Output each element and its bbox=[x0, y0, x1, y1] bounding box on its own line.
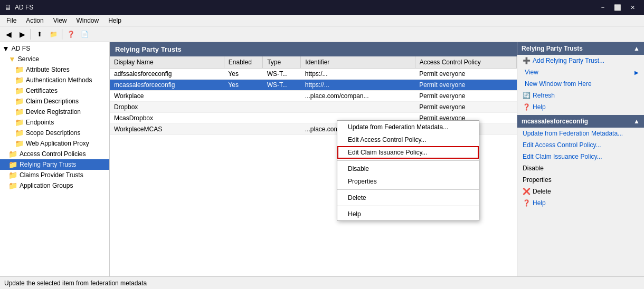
menu-view[interactable]: View bbox=[49, 16, 71, 25]
tree-access-control[interactable]: 📁 Access Control Policies bbox=[0, 149, 109, 159]
export-button[interactable]: 📄 bbox=[78, 28, 91, 41]
table-row[interactable]: Workplace...place.com/compan...Permit ev… bbox=[110, 91, 517, 102]
tree-application-groups[interactable]: 📁 Application Groups bbox=[0, 180, 109, 191]
tree-item-label: Claim Descriptions bbox=[26, 98, 79, 105]
table-cell: Yes bbox=[224, 80, 262, 91]
maximize-button[interactable]: ⬜ bbox=[610, 2, 625, 13]
col-policy[interactable]: Access Control Policy bbox=[415, 56, 516, 69]
table-cell: Permit everyone bbox=[415, 102, 516, 113]
table-row[interactable]: DropboxPermit everyone bbox=[110, 102, 517, 113]
table-cell bbox=[263, 102, 301, 113]
action-delete[interactable]: ❌ Delete bbox=[517, 186, 644, 197]
col-enabled[interactable]: Enabled bbox=[224, 56, 262, 69]
menu-file[interactable]: File bbox=[2, 16, 21, 25]
status-bar: Update the selected item from federation… bbox=[0, 276, 644, 289]
tree-auth-methods[interactable]: 📁 Authentication Methods bbox=[0, 75, 109, 85]
action-help-mcas[interactable]: ❓ Help bbox=[517, 197, 644, 209]
actions-collapse-icon-rpt[interactable]: ▲ bbox=[633, 45, 640, 52]
action-help-rpt[interactable]: ❓ Help bbox=[517, 101, 644, 113]
ctx-help[interactable]: Help bbox=[337, 208, 479, 220]
table-header-row: Display Name Enabled Type Identifier Acc… bbox=[110, 56, 517, 69]
tree-device-registration[interactable]: 📁 Device Registration bbox=[0, 107, 109, 117]
action-properties[interactable]: Properties bbox=[517, 174, 644, 186]
tree-scope-descriptions[interactable]: 📁 Scope Descriptions bbox=[0, 128, 109, 138]
folder-icon: 📁 bbox=[8, 150, 17, 158]
col-identifier[interactable]: Identifier bbox=[301, 56, 415, 69]
menu-action[interactable]: Action bbox=[22, 16, 48, 25]
ctx-disable[interactable]: Disable bbox=[337, 162, 479, 175]
delete-icon: ❌ bbox=[523, 188, 531, 195]
tree-item-label: Scope Descriptions bbox=[26, 129, 80, 137]
minimize-button[interactable]: − bbox=[595, 2, 610, 13]
help-button[interactable]: ❓ bbox=[64, 28, 77, 41]
table-cell: mcassalesforceconfig bbox=[110, 80, 224, 91]
tree-item-label: Access Control Policies bbox=[20, 150, 86, 158]
tree-attribute-stores[interactable]: 📁 Attribute Stores bbox=[0, 64, 109, 75]
action-edit-claim-issuance[interactable]: Edit Claim Issuance Policy... bbox=[517, 151, 644, 162]
tree-item-label: Certificates bbox=[26, 87, 58, 94]
help-icon: ❓ bbox=[523, 103, 531, 111]
actions-section-header-rpt: Relying Party Trusts ▲ bbox=[517, 42, 644, 55]
title-bar-left: 🖥 AD FS bbox=[4, 3, 33, 12]
toolbar: ◀ ▶ ⬆ 📁 ❓ 📄 bbox=[0, 26, 644, 42]
tree-item-label: Relying Party Trusts bbox=[20, 161, 76, 168]
col-type[interactable]: Type bbox=[263, 56, 301, 69]
action-add-rpt[interactable]: ➕ Add Relying Party Trust... bbox=[517, 55, 644, 66]
folder-icon: 📁 bbox=[8, 160, 17, 169]
table-cell bbox=[224, 113, 262, 124]
back-button[interactable]: ◀ bbox=[2, 28, 15, 41]
tree-item-label: Authentication Methods bbox=[26, 76, 92, 84]
table-row[interactable]: mcassalesforceconfigYesWS-T...https://..… bbox=[110, 80, 517, 91]
action-edit-access-control[interactable]: Edit Access Control Policy... bbox=[517, 139, 644, 151]
menu-help[interactable]: Help bbox=[104, 16, 126, 25]
ctx-update-federation[interactable]: Update from Federation Metadata... bbox=[337, 121, 479, 133]
tree-web-app-proxy[interactable]: 📁 Web Application Proxy bbox=[0, 138, 109, 149]
adfs-icon: ▼ bbox=[2, 44, 10, 53]
col-display-name[interactable]: Display Name bbox=[110, 56, 224, 69]
tree-endpoints[interactable]: 📁 Endpoints bbox=[0, 117, 109, 128]
ctx-edit-access-control[interactable]: Edit Access Control Policy... bbox=[337, 133, 479, 146]
actions-section-title-rpt: Relying Party Trusts bbox=[522, 45, 583, 52]
action-new-window[interactable]: New Window from Here bbox=[517, 78, 644, 90]
ctx-delete[interactable]: Delete bbox=[337, 191, 479, 204]
tree-claims-provider[interactable]: 📁 Claims Provider Trusts bbox=[0, 170, 109, 180]
tree-claim-descriptions[interactable]: 📁 Claim Descriptions bbox=[0, 96, 109, 107]
app-icon: 🖥 bbox=[4, 3, 12, 12]
actions-collapse-icon-mcas[interactable]: ▲ bbox=[633, 118, 640, 125]
title-bar: 🖥 AD FS − ⬜ ✕ bbox=[0, 0, 644, 15]
table-cell: https://... bbox=[301, 80, 415, 91]
table-row[interactable]: adfssalesforceconfigYesWS-T...https:/...… bbox=[110, 69, 517, 80]
actions-section-title-mcas: mcassalesforceconfig bbox=[522, 118, 588, 125]
action-label: Edit Claim Issuance Policy... bbox=[523, 153, 602, 160]
action-label: Delete bbox=[533, 188, 551, 195]
tree-item-label: Device Registration bbox=[26, 108, 81, 115]
menu-bar: File Action View Window Help bbox=[0, 15, 644, 26]
tree-item-label: Service bbox=[18, 55, 39, 63]
action-update-federation[interactable]: Update from Federation Metadata... bbox=[517, 128, 644, 139]
tree-item-label: Claims Provider Trusts bbox=[20, 171, 83, 179]
submenu-arrow: ▶ bbox=[634, 70, 639, 75]
tree-service[interactable]: ▼ Service bbox=[0, 54, 109, 64]
table-cell: adfssalesforceconfig bbox=[110, 69, 224, 80]
ctx-properties[interactable]: Properties bbox=[337, 175, 479, 188]
folder-icon: 📁 bbox=[15, 97, 24, 105]
show-hide-button[interactable]: 📁 bbox=[47, 28, 60, 41]
action-disable[interactable]: Disable bbox=[517, 162, 644, 174]
title-bar-controls[interactable]: − ⬜ ✕ bbox=[595, 2, 640, 13]
ctx-sep1 bbox=[337, 160, 479, 161]
tree-relying-party-trusts[interactable]: 📁 Relying Party Trusts bbox=[0, 159, 109, 170]
table-cell bbox=[224, 102, 262, 113]
forward-button[interactable]: ▶ bbox=[16, 28, 29, 41]
close-button[interactable]: ✕ bbox=[625, 2, 640, 13]
menu-window[interactable]: Window bbox=[72, 16, 103, 25]
actions-panel: Relying Party Trusts ▲ ➕ Add Relying Par… bbox=[517, 42, 644, 276]
action-refresh[interactable]: 🔄 Refresh bbox=[517, 90, 644, 101]
tree-item-label: AD FS bbox=[12, 45, 30, 52]
action-view[interactable]: View ▶ bbox=[517, 66, 644, 78]
ctx-edit-claim-issuance[interactable]: Edit Claim Issuance Policy... bbox=[337, 146, 479, 159]
table-cell: WorkplaceMCAS bbox=[110, 124, 224, 135]
tree-certificates[interactable]: 📁 Certificates bbox=[0, 85, 109, 96]
refresh-icon: 🔄 bbox=[523, 92, 531, 99]
tree-adfs[interactable]: ▼ AD FS bbox=[0, 43, 109, 54]
up-button[interactable]: ⬆ bbox=[33, 28, 46, 41]
